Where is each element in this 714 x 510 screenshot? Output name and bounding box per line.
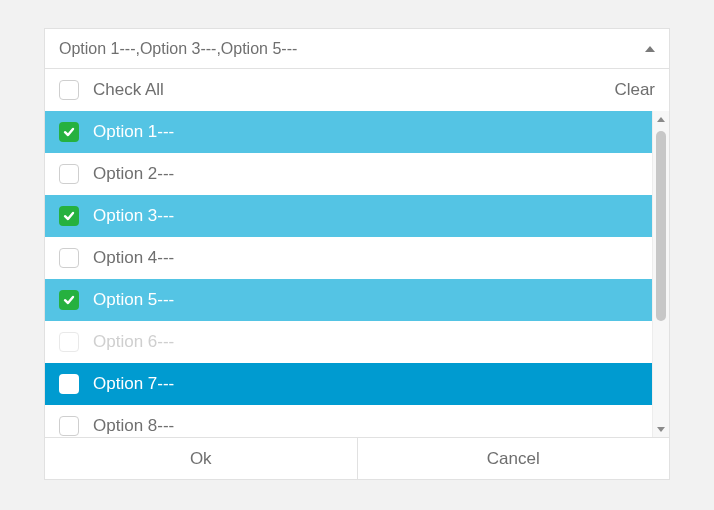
- ok-button[interactable]: Ok: [45, 438, 357, 479]
- cancel-button[interactable]: Cancel: [357, 438, 670, 479]
- scrollbar[interactable]: [652, 111, 669, 437]
- check-all-checkbox[interactable]: [59, 80, 79, 100]
- option-label: Option 3---: [93, 206, 174, 226]
- scrollbar-thumb[interactable]: [656, 131, 666, 321]
- scroll-down-button[interactable]: [653, 421, 669, 437]
- option-row[interactable]: Option 7---: [45, 363, 652, 405]
- selected-summary: Option 1---,Option 3---,Option 5---: [59, 40, 297, 58]
- option-row[interactable]: Option 2---: [45, 153, 652, 195]
- option-label: Option 5---: [93, 290, 174, 310]
- option-row: Option 6---: [45, 321, 652, 363]
- option-label: Option 6---: [93, 332, 174, 352]
- dropdown-body: Option 1---Option 2---Option 3---Option …: [45, 111, 669, 437]
- option-checkbox[interactable]: [59, 164, 79, 184]
- clear-button[interactable]: Clear: [614, 80, 655, 100]
- option-checkbox[interactable]: [59, 290, 79, 310]
- option-label: Option 2---: [93, 164, 174, 184]
- caret-up-icon: [645, 46, 655, 52]
- option-row[interactable]: Option 3---: [45, 195, 652, 237]
- dropdown-controls: Check All Clear: [45, 69, 669, 111]
- dropdown-header[interactable]: Option 1---,Option 3---,Option 5---: [45, 29, 669, 69]
- option-checkbox: [59, 332, 79, 352]
- triangle-down-icon: [657, 427, 665, 432]
- option-checkbox[interactable]: [59, 206, 79, 226]
- dropdown-footer: Ok Cancel: [45, 437, 669, 479]
- option-label: Option 4---: [93, 248, 174, 268]
- option-checkbox[interactable]: [59, 374, 79, 394]
- multiselect-dropdown: Option 1---,Option 3---,Option 5--- Chec…: [44, 28, 670, 480]
- option-row[interactable]: Option 1---: [45, 111, 652, 153]
- option-list: Option 1---Option 2---Option 3---Option …: [45, 111, 652, 437]
- option-label: Option 7---: [93, 374, 174, 394]
- scrollbar-track[interactable]: [653, 127, 669, 421]
- option-label: Option 8---: [93, 416, 174, 436]
- triangle-up-icon: [657, 117, 665, 122]
- option-row[interactable]: Option 4---: [45, 237, 652, 279]
- option-row[interactable]: Option 5---: [45, 279, 652, 321]
- scroll-up-button[interactable]: [653, 111, 669, 127]
- option-label: Option 1---: [93, 122, 174, 142]
- check-all-label[interactable]: Check All: [93, 80, 614, 100]
- option-checkbox[interactable]: [59, 122, 79, 142]
- option-checkbox[interactable]: [59, 248, 79, 268]
- option-checkbox[interactable]: [59, 416, 79, 436]
- option-row[interactable]: Option 8---: [45, 405, 652, 437]
